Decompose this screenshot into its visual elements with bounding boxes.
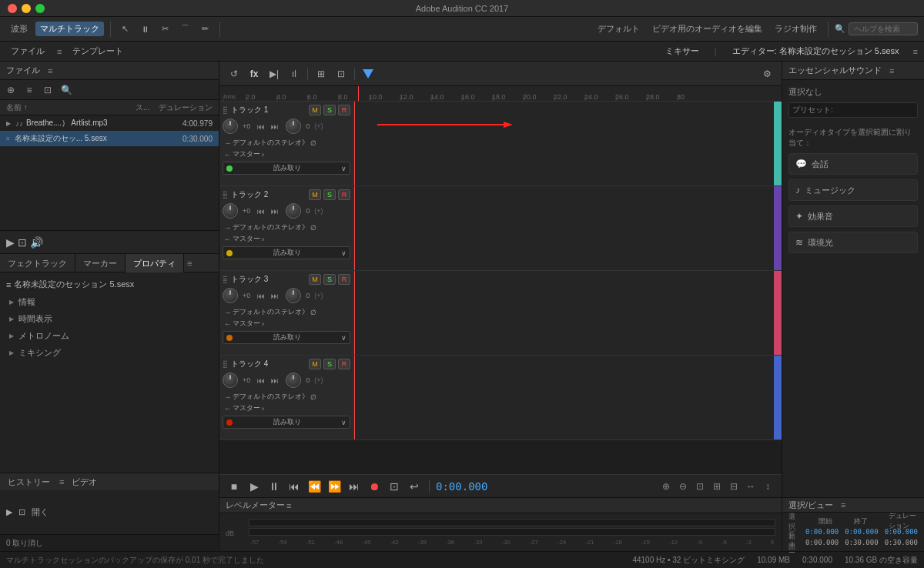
- zoom-fit-btn[interactable]: ⊡: [692, 481, 708, 492]
- files-tool-search[interactable]: 🔍: [59, 82, 74, 98]
- track-output-4[interactable]: → デフォルトのステレオ》 ∅: [223, 391, 350, 403]
- record-btn-3[interactable]: R: [338, 274, 350, 285]
- aux-knob-4[interactable]: [286, 373, 301, 388]
- mini-prev-3[interactable]: ⏮: [255, 290, 267, 301]
- pause-btn[interactable]: ⏸: [266, 480, 283, 493]
- volume-button[interactable]: 🔊: [30, 236, 43, 249]
- zoom-in-btn[interactable]: ⊕: [658, 481, 674, 492]
- solo-btn-2[interactable]: S: [323, 189, 336, 200]
- tab-tracks[interactable]: フェクトラック: [0, 254, 75, 272]
- track-timeline-2[interactable]: [354, 186, 774, 270]
- record-btn-4[interactable]: R: [338, 359, 350, 369]
- mute-btn-1[interactable]: M: [309, 105, 321, 115]
- zoom-full-btn[interactable]: ⊟: [726, 481, 742, 492]
- clip-button[interactable]: ⊡: [333, 65, 350, 82]
- solo-btn-4[interactable]: S: [323, 359, 336, 369]
- props-time[interactable]: ▶ 時間表示: [6, 310, 213, 327]
- mini-next-3[interactable]: ⏭: [269, 290, 281, 301]
- pan-knob-4[interactable]: [223, 373, 238, 388]
- history-open[interactable]: 開く: [32, 506, 49, 518]
- tool-razor[interactable]: ✂: [157, 22, 173, 35]
- aux-knob-1[interactable]: [286, 119, 301, 134]
- mini-next-4[interactable]: ⏭: [269, 375, 281, 386]
- mini-prev-1[interactable]: ⏮: [255, 121, 267, 132]
- files-tool-1[interactable]: ⊕: [3, 82, 18, 98]
- goto-start-btn[interactable]: ⏮: [286, 480, 303, 493]
- files-tool-3[interactable]: ⊡: [40, 82, 55, 98]
- snap-button[interactable]: ⊞: [313, 65, 330, 82]
- props-mixing[interactable]: ▶ ミキシング: [6, 344, 213, 361]
- track-read-3[interactable]: 読み取り ∨: [223, 331, 350, 344]
- track-read-1[interactable]: 読み取り ∨: [223, 162, 350, 175]
- maximize-button[interactable]: [35, 4, 45, 13]
- tab-video[interactable]: ビデオ: [64, 473, 105, 490]
- track-timeline-1[interactable]: [354, 102, 774, 185]
- track-timeline-3[interactable]: [354, 271, 774, 355]
- mute-btn-2[interactable]: M: [309, 189, 321, 200]
- loop-button[interactable]: ⊡: [18, 236, 27, 249]
- rewind-btn[interactable]: ⏪: [306, 480, 323, 493]
- history-play[interactable]: ▶: [6, 507, 12, 517]
- menu-file[interactable]: ファイル: [6, 44, 49, 58]
- sound-type-music[interactable]: ♪ ミュージック: [788, 179, 918, 201]
- radio-button[interactable]: ラジオ制作: [770, 22, 822, 36]
- track-master-4[interactable]: ← マスター ›: [223, 403, 350, 414]
- waveform-mode-button[interactable]: 波形: [6, 22, 32, 36]
- track-read-2[interactable]: 読み取り ∨: [223, 246, 350, 259]
- zoom-h-btn[interactable]: ↔: [743, 481, 758, 492]
- track-master-3[interactable]: ← マスター ›: [223, 318, 350, 329]
- settings-button[interactable]: ⚙: [758, 65, 775, 82]
- tool-pencil[interactable]: ✏: [197, 22, 213, 35]
- stop-button[interactable]: ■: [226, 480, 243, 493]
- multitrack-mode-button[interactable]: マルチトラック: [35, 22, 104, 36]
- goto-end-btn[interactable]: ⏭: [346, 480, 363, 493]
- aux-knob-2[interactable]: [286, 203, 301, 219]
- sound-type-dialogue[interactable]: 💬 会話: [788, 153, 918, 175]
- pan-knob-1[interactable]: [223, 119, 238, 134]
- track-output-2[interactable]: → デフォルトのステレオ》 ∅: [223, 222, 350, 233]
- list-item[interactable]: ≡ 名称未設定のセッ... 5.sesx 0:30.000: [0, 131, 219, 146]
- mute-btn-3[interactable]: M: [309, 274, 321, 285]
- tracks-container[interactable]: ⣿ トラック 1 M S R +0: [219, 102, 782, 474]
- loop-transport-btn[interactable]: ⊡: [386, 480, 403, 493]
- fx-button[interactable]: fx: [246, 65, 263, 82]
- zoom-v-btn[interactable]: ↕: [760, 481, 775, 492]
- mini-prev-4[interactable]: ⏮: [255, 375, 267, 386]
- tab-markers[interactable]: マーカー: [75, 254, 126, 272]
- play-button[interactable]: ▶: [6, 236, 15, 249]
- record-btn-2[interactable]: R: [338, 189, 350, 200]
- zoom-out-btn[interactable]: ⊖: [675, 481, 691, 492]
- zoom-sel-btn[interactable]: ⊞: [709, 481, 725, 492]
- props-info[interactable]: ▶ 情報: [6, 293, 213, 310]
- tab-properties[interactable]: プロパティ: [126, 254, 184, 272]
- tool-select[interactable]: ↖: [117, 22, 133, 35]
- list-item[interactable]: ▶ ♪♪ Breathe....） Artlist.mp3 4:00.979: [0, 115, 219, 131]
- mini-next-2[interactable]: ⏭: [269, 205, 281, 216]
- track-read-4[interactable]: 読み取り ∨: [223, 416, 350, 429]
- aux-knob-3[interactable]: [286, 288, 301, 303]
- mini-next-1[interactable]: ⏭: [269, 121, 281, 132]
- menu-template[interactable]: テンプレート: [68, 44, 128, 58]
- track-output-3[interactable]: → デフォルトのステレオ》 ∅: [223, 306, 350, 318]
- meter-button[interactable]: ıl: [286, 65, 303, 82]
- track-master-2[interactable]: ← マスター ›: [223, 233, 350, 245]
- tab-mixer[interactable]: ミキサー: [659, 44, 705, 58]
- timeline-ruler[interactable]: hms 2.0 4.0 6.0 8.0 10.0 12.0 14.0 16.0 …: [219, 86, 782, 102]
- video-audio-button[interactable]: ビデオ用のオーディオを編集: [648, 22, 767, 36]
- mini-prev-2[interactable]: ⏮: [255, 205, 267, 216]
- history-import[interactable]: ⊡: [18, 507, 25, 517]
- tool-cursor[interactable]: ⏸: [136, 23, 154, 35]
- tab-editor[interactable]: エディター: 名称未設定のセッション 5.sesx: [726, 44, 906, 58]
- track-master-1[interactable]: ← マスター ›: [223, 149, 350, 160]
- files-tool-2[interactable]: ≡: [22, 82, 37, 98]
- close-button[interactable]: [8, 4, 17, 13]
- undo-button[interactable]: ↺: [226, 65, 243, 82]
- track-timeline-4[interactable]: [354, 356, 774, 439]
- pan-knob-3[interactable]: [223, 288, 238, 303]
- forward-btn[interactable]: ⏩: [326, 480, 343, 493]
- track-output-1[interactable]: → デフォルトのステレオ》 ∅: [223, 137, 350, 149]
- minimize-button[interactable]: [22, 4, 31, 13]
- record-btn-1[interactable]: R: [338, 105, 350, 115]
- solo-btn-1[interactable]: S: [323, 105, 336, 115]
- search-input[interactable]: [849, 22, 918, 35]
